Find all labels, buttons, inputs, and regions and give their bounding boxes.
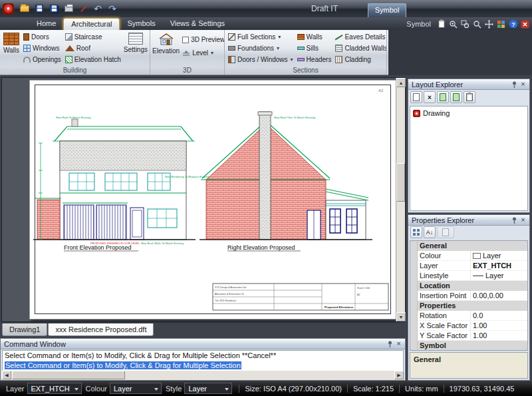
front-chimney[interactable] [72, 119, 78, 126]
section-walls-button[interactable]: Walls [296, 31, 333, 43]
section-general[interactable]: General [410, 241, 527, 251]
full-sections-button[interactable]: Full Sections▾ [227, 31, 295, 43]
export-layout-button[interactable] [437, 91, 449, 103]
tab-architectural[interactable]: Architectural [63, 18, 120, 30]
close-icon[interactable]: × [519, 80, 527, 89]
contextual-tab-symbol[interactable]: Symbol [368, 3, 406, 17]
pen-icon [79, 5, 87, 13]
layout-list: Drawing [410, 106, 528, 211]
layout-item-drawing[interactable]: Drawing [412, 108, 526, 118]
garage-door-right[interactable] [96, 205, 126, 240]
tab-home[interactable]: Home [29, 18, 63, 30]
section-symbol[interactable]: Symbol [410, 341, 527, 351]
categorized-view-button[interactable] [410, 226, 422, 238]
staircase-button[interactable]: Staircase [64, 31, 122, 43]
pan-icon[interactable] [484, 19, 494, 29]
app-menu-button[interactable] [3, 3, 14, 15]
cladded-walls-button[interactable]: Cladded Walls [334, 43, 387, 54]
garage-door-left[interactable] [64, 205, 94, 240]
foundations-button[interactable]: Foundations▾ [227, 43, 295, 54]
paste-icon[interactable] [436, 19, 446, 29]
doors-button[interactable]: Doors [22, 31, 63, 43]
save-button[interactable] [33, 3, 46, 15]
command-horizontal-scrollbar[interactable]: ◀ ▶ [2, 371, 404, 379]
cladding-button[interactable]: Cladding [334, 54, 387, 65]
scroll-thumb[interactable] [12, 371, 125, 379]
scroll-thumb[interactable] [396, 163, 405, 202]
property-colour[interactable]: ColourLayer [410, 251, 527, 261]
section-properties[interactable]: Properties [410, 301, 527, 311]
pin-icon[interactable] [386, 339, 394, 348]
settings-button[interactable]: Settings [124, 31, 148, 66]
group-label-sections: Sections [225, 67, 386, 75]
help-icon[interactable]: ? [508, 19, 518, 29]
open-button[interactable] [18, 3, 31, 15]
drawing-canvas[interactable]: A2 [1, 77, 406, 322]
front-upper-windows[interactable] [69, 173, 170, 190]
walls-button[interactable]: Walls [2, 31, 21, 66]
eaves-details-button[interactable]: Eaves Details [334, 31, 387, 43]
drawing-sheet[interactable]: A2 [29, 80, 396, 319]
property-x-scale[interactable]: X Scale Factor1.00 [410, 321, 527, 331]
layer-dropdown[interactable]: EXT_HTCH [27, 383, 82, 394]
undo-button[interactable]: ↶ [91, 3, 104, 15]
redo-button[interactable]: ↷ [106, 3, 119, 15]
close-icon[interactable]: × [394, 339, 403, 348]
print-button[interactable] [62, 3, 75, 15]
roof-button[interactable]: Roof [64, 43, 122, 54]
close-drawing-icon[interactable] [520, 19, 530, 29]
property-linestyle[interactable]: LinestyleLayer [410, 271, 527, 281]
scroll-up-button[interactable]: ▲ [396, 78, 406, 87]
scroll-left-button[interactable]: ◀ [2, 371, 11, 379]
3d-preview-checkbox[interactable]: 3D Preview [181, 34, 225, 45]
scroll-right-button[interactable]: ▶ [394, 371, 404, 379]
chimney-cap[interactable] [258, 112, 272, 115]
style-dropdown[interactable]: Layer [184, 383, 232, 394]
doc-tab-drawing1[interactable]: Drawing1 [2, 323, 47, 336]
zoom-extents-icon[interactable] [472, 19, 482, 29]
pin-icon[interactable] [510, 216, 519, 224]
cladding-icon [335, 56, 342, 63]
zoom-window-icon[interactable] [460, 19, 470, 29]
save-all-button[interactable] [47, 3, 61, 15]
level-button[interactable]: Level▾ [181, 47, 225, 59]
tab-views-settings[interactable]: Views & Settings [163, 18, 232, 30]
section-location[interactable]: Location [410, 281, 527, 291]
layer-label: Layer [6, 385, 25, 393]
elevation-hatch-button[interactable]: Elevation Hatch [64, 54, 122, 65]
scroll-down-button[interactable]: ▼ [396, 312, 406, 321]
canvas-vertical-scrollbar[interactable]: ▲ ▼ [396, 78, 405, 321]
foundations-icon [228, 46, 235, 51]
display-settings-icon[interactable] [496, 19, 506, 29]
sills-button[interactable]: Sills [296, 43, 333, 54]
paste-layout-button[interactable] [464, 91, 475, 103]
front-ground-window[interactable] [148, 209, 177, 228]
alphabetical-sort-button[interactable]: A↓ [424, 226, 436, 238]
command-history[interactable]: Select Command or Item(s) to Modify, Cli… [2, 350, 404, 371]
colour-dropdown[interactable]: Layer [110, 383, 162, 394]
new-layout-button[interactable] [410, 91, 422, 103]
chimney-breast[interactable] [259, 112, 271, 240]
pin-icon[interactable] [510, 80, 519, 89]
delete-layout-button[interactable]: × [424, 91, 436, 103]
property-pages-button[interactable] [437, 226, 454, 238]
zoom-in-icon[interactable] [448, 19, 458, 29]
property-insertion-point[interactable]: Insertion Point0.00,0.00 [410, 291, 527, 301]
property-rotation[interactable]: Rotation0.0 [410, 311, 527, 321]
tab-symbols[interactable]: Symbols [120, 18, 162, 30]
front-render-band[interactable] [60, 141, 186, 170]
property-layer[interactable]: LayerEXT_HTCH [410, 261, 527, 271]
openings-button[interactable]: Openings [22, 54, 63, 65]
close-icon[interactable]: × [519, 216, 527, 224]
plot-button[interactable] [76, 3, 90, 15]
view-toolbar: Symbol ? [406, 19, 530, 29]
doc-tab-residence[interactable]: xxx Residence Proposed.dft [48, 323, 154, 336]
opening-icon [23, 57, 31, 63]
property-y-scale[interactable]: Y Scale Factor1.00 [410, 331, 527, 341]
headers-button[interactable]: Headers [296, 54, 333, 65]
elevation-button[interactable]: Elevation [152, 31, 180, 66]
doors-windows-button[interactable]: Doors / Windows▾ [227, 54, 295, 65]
import-layout-button[interactable] [450, 91, 462, 103]
cursor-coordinates: 19730.63, 31490.45 [444, 385, 515, 393]
windows-button[interactable]: Windows [22, 43, 63, 54]
